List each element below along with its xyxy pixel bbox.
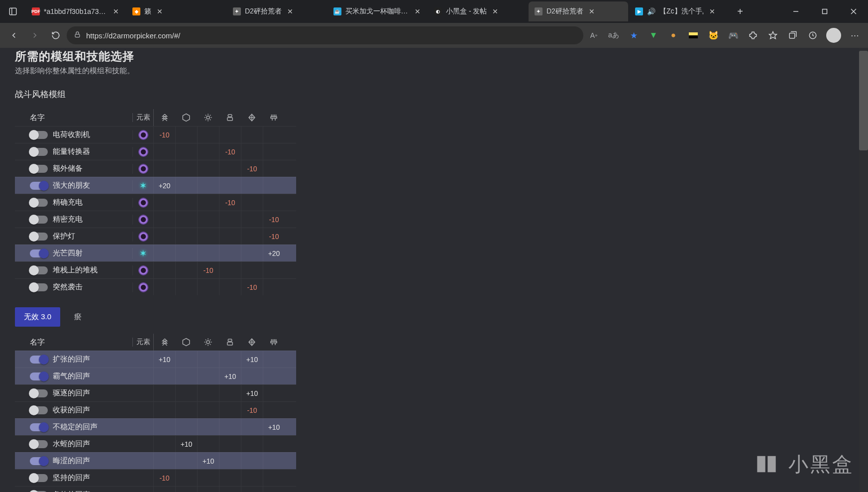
stat-intellect-icon [241,109,263,126]
ext-gamepad-icon[interactable]: 🎮 [724,26,743,45]
close-window-button[interactable] [839,0,868,23]
svg-rect-20 [227,342,233,345]
tab-stasis[interactable]: 瘀 [65,307,91,327]
table-row: 收获的回声-10 [15,401,296,418]
reader-button[interactable]: A» [584,26,603,45]
forward-button[interactable] [25,25,45,45]
minimize-button[interactable] [781,0,810,23]
row-label: 精确充电 [53,198,83,207]
table-row: 扩张的回声+10+10 [15,351,296,368]
toggle[interactable] [30,216,48,224]
close-tab-icon[interactable]: ✕ [708,7,717,16]
tab-5[interactable]: ✦D2砰拾荒者✕ [529,1,628,21]
audio-icon: 🔊 [647,7,655,15]
tab-6[interactable]: ▶🔊【Zc】洗个手,✕ [629,1,729,21]
table-row: 堆栈上的堆栈-10 [15,261,296,278]
void-element-icon [138,215,148,225]
stat-cell [219,453,241,469]
favorite-button[interactable]: ★ [624,26,643,45]
toggle[interactable] [30,372,48,380]
stat-cell [153,453,175,469]
tab-title: *a1bbd7f30b1a73b7cl [44,7,108,15]
void-element-icon [138,282,148,292]
tab-2[interactable]: ✦D2砰拾荒者✕ [227,1,326,21]
stat-cell [219,160,241,177]
stat-cell [175,351,197,368]
close-tab-icon[interactable]: ✕ [155,7,164,16]
ext-cat-icon[interactable]: 🐱 [704,26,723,45]
close-tab-icon[interactable]: ✕ [414,7,422,16]
collections-button[interactable] [783,26,802,45]
extensions-button[interactable] [744,26,762,45]
row-label: 突然袭击 [53,282,83,292]
stat-cell [197,211,219,228]
col-name-header-2: 名字 [15,338,132,347]
element-cell [132,265,153,275]
tab-3[interactable]: ☕买米加戈一杯咖啡。k✕ [327,1,427,21]
col-element-header-2: 元素 [132,338,153,347]
toggle[interactable] [30,266,48,274]
stat-cell: -10 [219,143,241,160]
tab-void[interactable]: 无效 3.0 [15,307,60,327]
toggle[interactable] [30,423,48,431]
favicon-icon: PDF [32,7,40,15]
toggle[interactable] [30,440,48,448]
stat-cell [263,351,285,368]
ext-cookie-icon[interactable]: ● [664,26,683,45]
tab-4[interactable]: ◐小黑盒 - 发帖✕ [428,1,528,21]
table-row: 突然袭击-10 [15,278,296,295]
stat-cell [153,160,175,177]
toggle[interactable] [30,457,48,465]
translate-button[interactable]: aあ [604,26,623,45]
close-tab-icon[interactable]: ✕ [112,7,120,16]
refresh-button[interactable] [46,25,66,45]
stat-cell [241,143,263,160]
toggle[interactable] [30,199,48,207]
tab-1[interactable]: ◆籁✕ [126,1,226,21]
toggle[interactable] [30,474,48,482]
ext-flag-icon[interactable] [684,26,703,45]
back-button[interactable] [4,25,24,45]
tab-sidebar-button[interactable] [0,0,26,23]
favorites-bar-button[interactable] [763,26,782,45]
ext-shield-icon[interactable]: ▼ [644,26,663,45]
stat-cell [219,245,241,261]
toggle[interactable] [30,249,48,257]
stat-cell [241,470,263,486]
toggle[interactable] [30,131,48,139]
close-tab-icon[interactable]: ✕ [587,7,596,16]
row-label: 精密充电 [53,215,83,224]
scroll-track[interactable] [859,48,868,492]
toggle[interactable] [30,233,48,241]
maximize-button[interactable] [810,0,839,23]
stat-cell [219,126,241,143]
toggle[interactable] [30,165,48,173]
toggle[interactable] [30,356,48,364]
toggle[interactable] [30,148,48,156]
close-tab-icon[interactable]: ✕ [286,7,295,16]
toggle[interactable] [30,182,48,190]
profile-avatar[interactable] [826,28,841,43]
void-element-icon [138,265,148,275]
tab-title: 小黑盒 - 发帖 [446,7,487,16]
watermark-text: 小黑盒 [788,451,854,478]
scrollbar-thumb[interactable] [859,51,868,150]
page-right-empty [345,48,868,492]
tab-0[interactable]: PDF*a1bbd7f30b1a73b7cl✕ [26,1,125,21]
stat-cell [197,419,219,435]
address-bar[interactable]: https://d2armorpicker.com/#/ [67,26,583,44]
row-name: 堆栈上的堆栈 [15,265,132,275]
tab-title: 买米加戈一杯咖啡。k [345,7,410,16]
toggle[interactable] [30,406,48,414]
menu-button[interactable]: ⋯ [845,26,864,45]
stat-cell [175,245,197,261]
toggle[interactable] [30,389,48,397]
history-button[interactable] [803,26,822,45]
toggle[interactable] [30,283,48,291]
tab-title: D2砰拾荒者 [546,7,583,16]
section-title-1: 战斗风格模组 [15,89,345,100]
table-row: 晦涩的回声+10 [15,452,296,469]
stat-cell [153,436,175,452]
new-tab-button[interactable]: + [732,3,749,20]
close-tab-icon[interactable]: ✕ [491,7,500,16]
